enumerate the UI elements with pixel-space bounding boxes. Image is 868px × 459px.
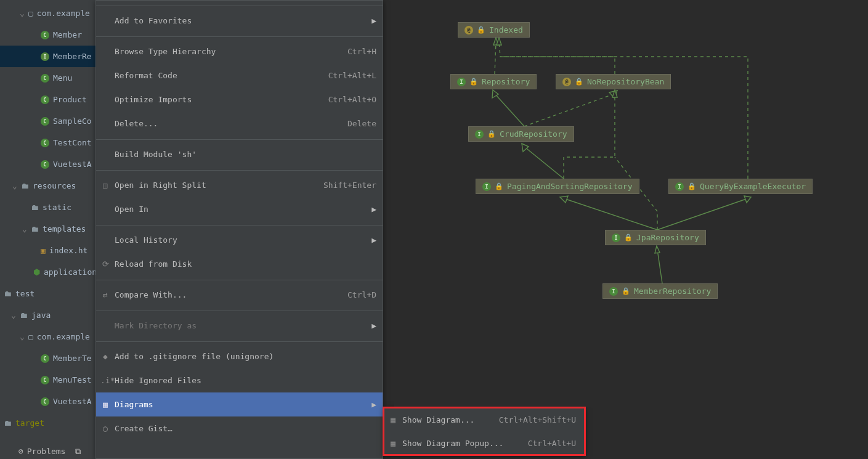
node-repository[interactable]: I🔒Repository (450, 74, 537, 89)
tree-file-memberrepo[interactable]: IMemberRe (0, 46, 95, 67)
menu-hide-ignored[interactable]: .i*Hide Ignored Files (96, 368, 383, 392)
lock-icon: 🔒 (622, 287, 630, 295)
tree-label: SampleCo (53, 116, 92, 126)
chevron-right-icon: ▶ (371, 205, 376, 214)
tree-file-member[interactable]: CMember (0, 24, 95, 46)
tree-test[interactable]: 🖿test (0, 283, 95, 304)
menu-label: Open in Right Split (115, 181, 323, 190)
folder-icon: 🖿 (20, 311, 28, 320)
tree-package[interactable]: ⌄ ▢ com.example (0, 2, 95, 24)
menu-open-split[interactable]: ◫Open in Right SplitShift+Enter (96, 173, 383, 197)
tree-index-html[interactable]: ▣index.ht (0, 240, 95, 261)
tree-test-vuetest[interactable]: CVuetestA (0, 391, 95, 412)
tree-resources[interactable]: ⌄🖿resources (0, 175, 95, 197)
class-diagram[interactable]: @🔒Indexed I🔒Repository @🔒NoRepositoryBea… (394, 0, 868, 407)
tree-label: templates (43, 224, 86, 234)
lock-icon: 🔒 (487, 130, 496, 138)
tree-file-testcont[interactable]: CTestCont (0, 132, 95, 153)
svg-marker-0 (493, 38, 498, 45)
interface-icon: I (475, 130, 484, 139)
shortcut: Ctrl+D (347, 290, 376, 299)
tree-static[interactable]: 🖿static (0, 197, 95, 218)
menu-reformat[interactable]: Reformat CodeCtrl+Alt+L (96, 63, 383, 87)
github-icon: ◯ (100, 424, 110, 433)
class-icon: C (41, 397, 49, 406)
submenu-show-diagram-popup[interactable]: ▦Show Diagram Popup...Ctrl+Alt+U (384, 431, 585, 455)
chevron-down-icon: ⌄ (20, 9, 26, 18)
class-icon: C (41, 31, 49, 39)
menu-label: Show Diagram Popup... (402, 439, 528, 448)
tree-package-test[interactable]: ⌄▢com.example (0, 326, 95, 347)
interface-icon: I (41, 52, 49, 61)
diagram-icon: ▦ (388, 439, 398, 448)
chevron-down-icon: ⌄ (20, 332, 26, 341)
node-memberrepository[interactable]: I🔒MemberRepository (602, 283, 718, 299)
menu-label: Reload from Disk (115, 259, 376, 269)
node-querybyexample[interactable]: I🔒QueryByExampleExecutor (668, 179, 813, 194)
chevron-right-icon: ▶ (371, 16, 376, 25)
tree-file-vuetest[interactable]: CVuetestA (0, 153, 95, 175)
compare-icon: ⇄ (100, 290, 110, 299)
interface-icon: I (675, 182, 684, 191)
tree-java[interactable]: ⌄🖿java (0, 304, 95, 326)
menu-mark-directory: Mark Directory as▶ (96, 314, 383, 338)
tree-test-member[interactable]: CMemberTe (0, 347, 95, 369)
problems-icon: ⊘ (18, 447, 23, 456)
svg-marker-7 (744, 196, 751, 203)
split-icon: ◫ (100, 181, 110, 190)
tree-label: index.ht (49, 246, 88, 255)
node-jparepository[interactable]: I🔒JpaRepository (605, 230, 706, 245)
menu-browse-hierarchy[interactable]: Browse Type HierarchyCtrl+H (96, 39, 383, 63)
tree-file-product[interactable]: CProduct (0, 89, 95, 110)
lock-icon: 🔒 (575, 78, 583, 86)
terminal-icon[interactable]: ⧉ (75, 447, 81, 457)
folder-icon: 🖿 (21, 181, 29, 190)
menu-build-module[interactable]: Build Module 'sh' (96, 142, 383, 166)
menu-diagrams[interactable]: ▦Diagrams▶ (96, 392, 383, 416)
menu-optimize-imports[interactable]: Optimize ImportsCtrl+Alt+O (96, 87, 383, 112)
tree-application[interactable]: ⬢application (0, 261, 95, 283)
menu-label: Diagrams (115, 400, 368, 409)
node-label: JpaRepository (636, 233, 699, 242)
node-paging[interactable]: I🔒PagingAndSortingRepository (476, 179, 639, 194)
menu-reload-disk[interactable]: ⟳Reload from Disk (96, 252, 383, 276)
folder-icon: 🖿 (31, 224, 39, 234)
menu-delete[interactable]: Delete...Delete (96, 112, 383, 136)
menu-create-gist[interactable]: ◯Create Gist… (96, 416, 383, 441)
node-indexed[interactable]: @🔒Indexed (458, 22, 530, 38)
menu-open-in[interactable]: Open In▶ (96, 197, 383, 221)
tree-file-menu[interactable]: CMenu (0, 67, 95, 89)
tree-label: static (43, 203, 71, 212)
node-label: MemberRepository (634, 286, 711, 296)
node-label: QueryByExampleExecutor (700, 182, 806, 191)
git-icon: ◆ (100, 352, 110, 361)
menu-add-gitignore[interactable]: ◆Add to .gitignore file (unignore) (96, 344, 383, 368)
node-crudrepository[interactable]: I🔒CrudRepository (468, 126, 574, 142)
lock-icon: 🔒 (469, 78, 478, 86)
menu-local-history[interactable]: Local History▶ (96, 228, 383, 252)
node-label: Indexed (489, 25, 523, 35)
tree-label: Member (53, 30, 82, 39)
chevron-right-icon: ▶ (371, 400, 376, 409)
tree-label: MemberRe (53, 52, 92, 61)
class-icon: C (41, 160, 49, 169)
tree-templates[interactable]: ⌄🖿templates (0, 218, 95, 240)
tree-test-menu[interactable]: CMenuTest (0, 369, 95, 391)
tree-file-sample[interactable]: CSampleCo (0, 110, 95, 132)
diagrams-submenu: ▦Show Diagram...Ctrl+Alt+Shift+U ▦Show D… (383, 407, 585, 455)
class-icon: C (41, 139, 49, 147)
problems-tab[interactable]: Problems (27, 447, 66, 456)
svg-marker-4 (522, 144, 529, 152)
menu-label: Show Diagram... (402, 415, 499, 424)
node-norepositorybean[interactable]: @🔒NoRepositoryBean (556, 74, 671, 89)
menu-add-favorites[interactable]: Add to Favorites▶ (96, 9, 383, 33)
submenu-show-diagram[interactable]: ▦Show Diagram...Ctrl+Alt+Shift+U (384, 408, 585, 431)
tree-target[interactable]: 🖿target (0, 412, 95, 434)
folder-icon: 🖿 (31, 203, 39, 212)
shortcut: Ctrl+H (347, 47, 376, 56)
menu-compare-with[interactable]: ⇄Compare With...Ctrl+D (96, 283, 383, 307)
context-menu: Add to Favorites▶ Browse Type HierarchyC… (95, 0, 383, 459)
package-icon: ▢ (28, 9, 33, 18)
tree-label: test (15, 289, 34, 298)
tree-label: TestCont (53, 138, 92, 147)
